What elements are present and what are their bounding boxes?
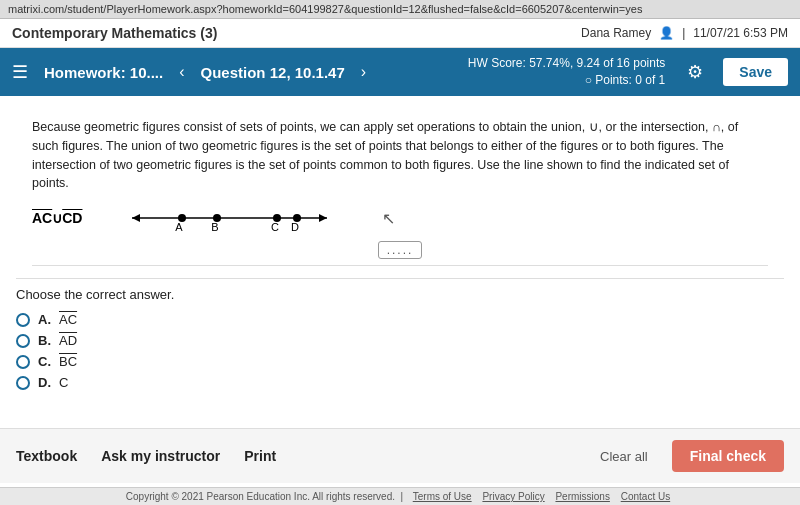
next-question-button[interactable]: › — [355, 61, 372, 83]
settings-button[interactable]: ⚙ — [687, 61, 703, 83]
points-score: ○ Points: 0 of 1 — [468, 72, 665, 89]
problem-area: Because geometric figures consist of set… — [16, 106, 784, 279]
option-c-value: BC — [59, 354, 77, 369]
terms-link[interactable]: Terms of Use — [413, 491, 472, 502]
user-icon: 👤 — [659, 26, 674, 40]
copyright-bar: Copyright © 2021 Pearson Education Inc. … — [0, 487, 800, 505]
choose-label: Choose the correct answer. — [16, 287, 784, 302]
set-notation: AC∪CD — [32, 210, 82, 226]
menu-icon[interactable]: ☰ — [12, 61, 28, 83]
radio-a[interactable] — [16, 313, 30, 327]
prev-question-button[interactable]: ‹ — [173, 61, 190, 83]
homework-title: Homework: 10.... — [44, 64, 163, 81]
cursor-icon: ↖ — [382, 209, 395, 228]
circle-icon: ○ — [585, 73, 592, 87]
option-a[interactable]: A. AC — [16, 312, 784, 327]
option-d-value: C — [59, 375, 68, 390]
contact-link[interactable]: Contact Us — [621, 491, 670, 502]
svg-text:A: A — [176, 221, 184, 233]
diagram-row: AC∪CD A B C D ↖ — [32, 203, 768, 233]
datetime: 11/07/21 6:53 PM — [693, 26, 788, 40]
set-part-cd: CD — [62, 210, 82, 226]
number-line: A B C D — [122, 203, 342, 233]
browser-url-bar: matrixi.com/student/PlayerHomework.aspx?… — [0, 0, 800, 19]
svg-text:C: C — [271, 221, 279, 233]
option-b-value: AD — [59, 333, 77, 348]
textbook-link[interactable]: Textbook — [16, 448, 77, 464]
hw-score: HW Score: 57.74%, 9.24 of 16 points — [468, 55, 665, 72]
svg-text:D: D — [291, 221, 299, 233]
union-symbol: ∪ — [52, 210, 62, 226]
option-d[interactable]: D. C — [16, 375, 784, 390]
final-check-button[interactable]: Final check — [672, 440, 784, 472]
username: Dana Ramey — [581, 26, 651, 40]
question-label: Question 12, 10.1.47 — [201, 64, 345, 81]
save-button[interactable]: Save — [723, 58, 788, 86]
radio-b[interactable] — [16, 334, 30, 348]
option-a-value: AC — [59, 312, 77, 327]
homework-toolbar: ☰ Homework: 10.... ‹ Question 12, 10.1.4… — [0, 48, 800, 96]
score-section: HW Score: 57.74%, 9.24 of 16 points ○ Po… — [468, 55, 665, 89]
top-bar: Contemporary Mathematics (3) Dana Ramey … — [0, 19, 800, 48]
user-info: Dana Ramey 👤 | 11/07/21 6:53 PM — [581, 26, 788, 40]
course-title: Contemporary Mathematics (3) — [12, 25, 217, 41]
more-button[interactable]: ..... — [378, 241, 423, 259]
answer-options: A. AC B. AD C. BC D. C — [16, 308, 784, 400]
option-c[interactable]: C. BC — [16, 354, 784, 369]
svg-marker-2 — [319, 214, 327, 222]
radio-c[interactable] — [16, 355, 30, 369]
permissions-link[interactable]: Permissions — [555, 491, 609, 502]
option-b[interactable]: B. AD — [16, 333, 784, 348]
ask-instructor-link[interactable]: Ask my instructor — [101, 448, 220, 464]
print-link[interactable]: Print — [244, 448, 276, 464]
privacy-link[interactable]: Privacy Policy — [482, 491, 544, 502]
set-part-ac: AC — [32, 210, 52, 226]
problem-text: Because geometric figures consist of set… — [32, 118, 768, 193]
svg-marker-1 — [132, 214, 140, 222]
clear-all-button[interactable]: Clear all — [600, 449, 648, 464]
more-button-row: ..... — [32, 241, 768, 266]
svg-text:B: B — [212, 221, 219, 233]
copyright-text: Copyright © 2021 Pearson Education Inc. … — [126, 491, 395, 502]
footer-bar: Textbook Ask my instructor Print Clear a… — [0, 428, 800, 483]
radio-d[interactable] — [16, 376, 30, 390]
